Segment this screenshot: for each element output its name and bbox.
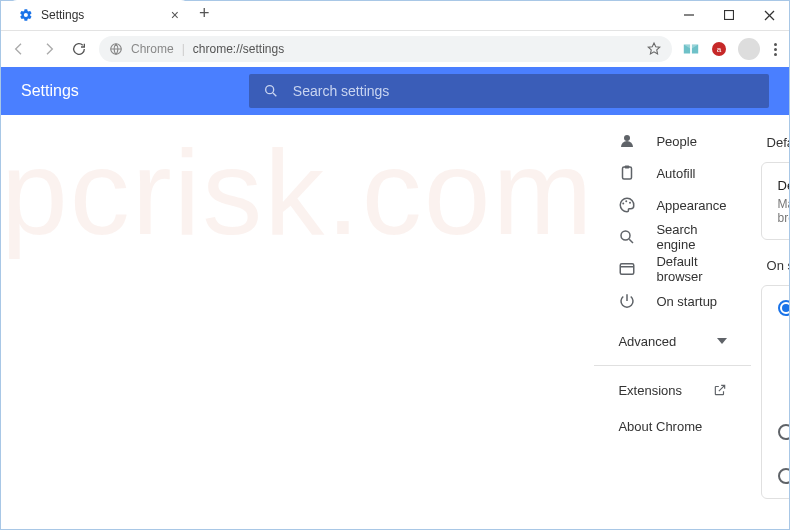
menu-button[interactable] [770,43,781,56]
settings-content: Default browser Default browser Make Goo… [751,115,789,529]
sidebar-item-people[interactable]: People [594,125,750,157]
advanced-footer-toggle[interactable]: Advanced [761,521,789,529]
radio-icon[interactable] [778,424,789,440]
external-link-icon [713,383,727,397]
globe-icon [109,42,123,56]
search-icon [263,83,279,99]
default-browser-subtitle: Make Google Chrome the default browser [778,197,789,225]
sidebar-advanced-label: Advanced [618,334,676,349]
address-bar[interactable]: Chrome | chrome://settings [99,36,672,62]
address-separator: | [182,42,185,56]
svg-rect-11 [625,166,630,169]
close-icon[interactable]: × [171,7,179,23]
chevron-down-icon [717,338,727,344]
sidebar-item-on-startup[interactable]: On startup [594,285,750,317]
sidebar-item-search-engine[interactable]: Search engine [594,221,750,253]
svg-point-15 [621,231,630,240]
profile-avatar[interactable] [738,38,760,60]
sidebar-item-label: Search engine [656,222,726,252]
browser-icon [618,260,636,278]
tab-title: Settings [41,8,84,22]
startup-option-specific-page[interactable]: Open a specific page or set of pages [762,454,789,498]
browser-tab[interactable]: Settings × [9,0,189,30]
svg-line-16 [630,239,634,243]
radio-selected-icon[interactable] [778,300,789,316]
extension-controlling-row: MyChristianPortal is controlling this se… [762,330,789,410]
browser-tab-strip: Settings × + [1,1,789,31]
reload-button[interactable] [69,39,89,59]
clipboard-icon [618,164,636,182]
svg-rect-1 [725,11,734,20]
browser-toolbar: Chrome | chrome://settings a [1,31,789,67]
back-button[interactable] [9,39,29,59]
svg-rect-10 [623,167,632,179]
section-default-browser-title: Default browser [767,135,789,150]
sidebar-item-label: Appearance [656,198,726,213]
sidebar-advanced-toggle[interactable]: Advanced [594,323,750,359]
gear-icon [19,8,33,22]
address-url: chrome://settings [193,42,284,56]
minimize-button[interactable] [669,0,709,30]
default-browser-card: Default browser Make Google Chrome the d… [761,162,789,240]
palette-icon [618,196,636,214]
radio-icon[interactable] [778,468,789,484]
svg-point-7 [265,86,273,94]
section-on-startup-title: On startup [767,258,789,273]
address-scheme: Chrome [131,42,174,56]
settings-header: Settings [1,67,789,115]
search-icon [618,228,636,246]
sidebar-item-label: Default browser [656,254,726,284]
window-controls [669,0,789,30]
search-input[interactable] [293,83,755,99]
svg-rect-17 [621,264,635,275]
sidebar-extensions-label: Extensions [618,383,682,398]
sidebar-item-appearance[interactable]: Appearance [594,189,750,221]
startup-option-continue[interactable]: Continue where you left off [762,410,789,454]
new-tab-button[interactable]: + [199,3,210,24]
search-settings-box[interactable] [249,74,769,108]
watermark: pcrisk.com [1,123,594,529]
sidebar-extensions[interactable]: Extensions [594,372,750,408]
extension-icon-1[interactable] [682,40,700,58]
svg-line-8 [273,93,276,96]
bookmark-star-icon[interactable] [646,41,662,57]
default-browser-title: Default browser [778,178,789,193]
extension-icon-2[interactable]: a [710,40,728,58]
maximize-button[interactable] [709,0,749,30]
sidebar-item-label: On startup [656,294,717,309]
sidebar-item-label: People [656,134,696,149]
settings-sidebar: People Autofill Appearance Search engine [594,115,750,529]
on-startup-card: Open the New Tab page MyChristianPortal … [761,285,789,499]
sidebar-about-chrome[interactable]: About Chrome [594,408,750,444]
svg-point-12 [623,203,625,205]
sidebar-item-default-browser[interactable]: Default browser [594,253,750,285]
svg-point-13 [626,200,628,202]
sidebar-item-label: Autofill [656,166,695,181]
svg-point-14 [629,202,631,204]
person-icon [618,132,636,150]
startup-option-new-tab[interactable]: Open the New Tab page [762,286,789,330]
svg-point-9 [624,135,630,141]
page-title: Settings [21,82,79,100]
svg-text:a: a [717,45,722,54]
sidebar-item-autofill[interactable]: Autofill [594,157,750,189]
forward-button[interactable] [39,39,59,59]
close-window-button[interactable] [749,0,789,30]
sidebar-about-label: About Chrome [618,419,702,434]
divider [594,365,750,366]
power-icon [618,292,636,310]
